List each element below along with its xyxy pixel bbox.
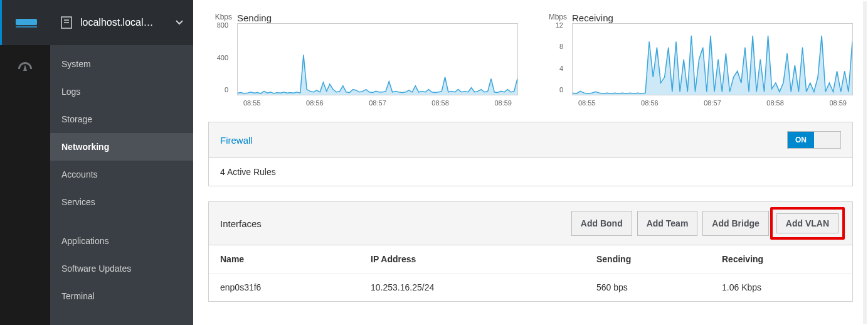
gauge-icon: [17, 61, 33, 75]
chart-receiving-plot: [572, 23, 853, 95]
table-row[interactable]: enp0s31f6 10.253.16.25/24 560 bps 1.06 K…: [209, 274, 852, 301]
scrollbar[interactable]: [863, 1, 867, 324]
chart-receiving-title: Receiving: [572, 13, 853, 23]
server-icon: [16, 16, 37, 29]
chart-receiving: Mbps 12 8 4 0 Receiving 08:55 08: [543, 13, 853, 107]
chart-sending-title: Sending: [237, 13, 518, 23]
sidebar: localhost.local… System Logs Storage Net…: [50, 0, 193, 325]
col-header-sending: Sending: [596, 254, 722, 264]
chart-receiving-yticks: 12 8 4 0: [543, 21, 563, 93]
host-selector[interactable]: localhost.local…: [50, 0, 193, 45]
col-header-ip: IP Address: [371, 254, 596, 264]
sidebar-item-accounts[interactable]: Accounts: [50, 161, 193, 188]
sidebar-item-software-updates[interactable]: Software Updates: [50, 255, 193, 282]
add-team-button[interactable]: Add Team: [637, 211, 698, 236]
sidebar-item-terminal[interactable]: Terminal: [50, 282, 193, 310]
sidebar-item-networking[interactable]: Networking: [50, 133, 193, 161]
sidebar-item-services[interactable]: Services: [50, 188, 193, 216]
firewall-status: 4 Active Rules: [209, 158, 852, 186]
iface-ip: 10.253.16.25/24: [371, 282, 596, 292]
sidebar-item-applications[interactable]: Applications: [50, 227, 193, 255]
iface-sending: 560 bps: [596, 282, 722, 292]
add-bridge-button[interactable]: Add Bridge: [702, 211, 768, 236]
chart-sending-plot: [237, 23, 518, 95]
sidebar-nav: System Logs Storage Networking Accounts …: [50, 45, 193, 310]
iface-receiving: 1.06 Kbps: [722, 282, 841, 292]
host-name: localhost.local…: [80, 17, 168, 28]
document-icon: [60, 16, 73, 29]
interfaces-header: Interfaces Add Bond Add Team Add Bridge …: [208, 201, 853, 245]
chart-sending-yticks: 800 400 0: [208, 21, 228, 93]
table-header: Name IP Address Sending Receiving: [209, 245, 852, 274]
rail-dashboard-button[interactable]: [0, 45, 50, 90]
add-vlan-highlight: Add VLAN: [770, 207, 845, 240]
iface-name: enp0s31f6: [220, 282, 371, 292]
sidebar-item-system[interactable]: System: [50, 50, 193, 78]
firewall-toggle-handle: [814, 132, 840, 148]
sidebar-item-storage[interactable]: Storage: [50, 105, 193, 133]
svg-rect-0: [16, 19, 37, 25]
chart-sending: Kbps 800 400 0 Sending 08:55 08:56: [208, 13, 518, 107]
firewall-toggle-on-label: ON: [788, 132, 814, 148]
firewall-toggle[interactable]: ON: [787, 131, 841, 149]
chart-sending-xticks: 08:55 08:56 08:57 08:58 08:59: [237, 99, 518, 107]
chart-receiving-xticks: 08:55 08:56 08:57 08:58 08:59: [572, 99, 853, 107]
add-bond-button[interactable]: Add Bond: [571, 211, 632, 236]
col-header-name: Name: [220, 254, 371, 264]
chevron-down-icon: [176, 20, 183, 25]
icon-rail: [0, 0, 50, 325]
add-vlan-button[interactable]: Add VLAN: [776, 213, 839, 233]
firewall-panel: Firewall ON 4 Active Rules: [208, 122, 853, 186]
svg-rect-1: [16, 26, 37, 28]
rail-server-button[interactable]: [0, 0, 50, 45]
interfaces-table: Name IP Address Sending Receiving enp0s3…: [208, 245, 853, 302]
chart-receiving-unit: Mbps: [543, 13, 567, 21]
firewall-link[interactable]: Firewall: [220, 135, 253, 146]
interfaces-title: Interfaces: [220, 218, 262, 229]
sidebar-item-logs[interactable]: Logs: [50, 78, 193, 105]
main-content: Kbps 800 400 0 Sending 08:55 08:56: [193, 0, 868, 325]
col-header-receiving: Receiving: [722, 254, 841, 264]
charts-row: Kbps 800 400 0 Sending 08:55 08:56: [208, 13, 853, 107]
chart-sending-unit: Kbps: [208, 13, 232, 21]
